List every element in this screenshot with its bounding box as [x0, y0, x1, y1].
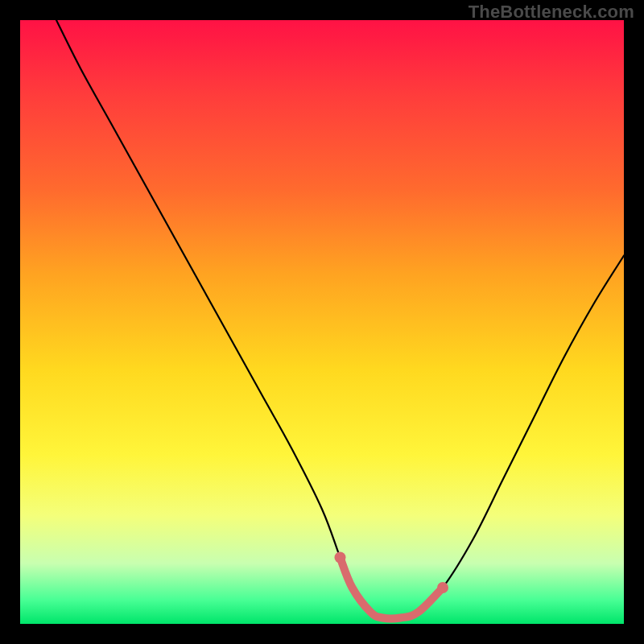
chart-frame: TheBottleneck.com — [0, 0, 644, 644]
watermark-text: TheBottleneck.com — [469, 2, 634, 23]
bottleneck-curve-path — [56, 20, 624, 619]
plot-area — [20, 20, 624, 624]
flat-region-highlight-path — [341, 558, 444, 619]
highlight-end-dot — [335, 552, 346, 564]
bottleneck-curve-svg — [20, 20, 624, 624]
highlight-end-dot — [437, 582, 448, 593]
